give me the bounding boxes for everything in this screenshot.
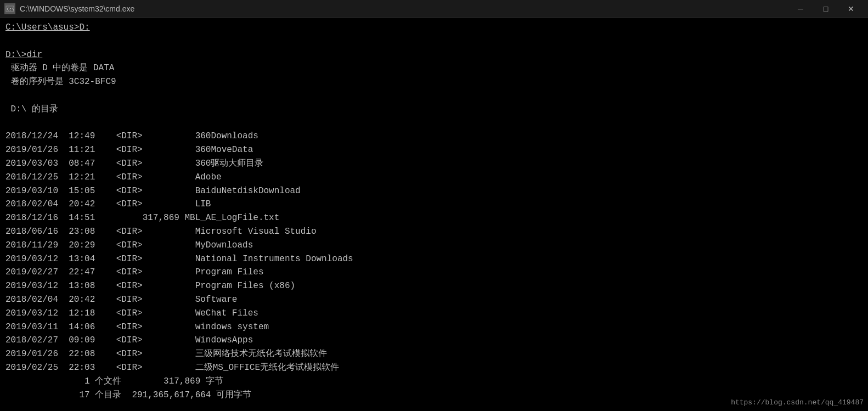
blank-line-2 <box>5 89 863 103</box>
volume-serial: 卷的序列号是 3C32-BFC9 <box>5 75 863 89</box>
minimize-button[interactable]: ─ <box>788 0 813 18</box>
dir-entry: 2019/03/11 14:06 <DIR> windows system <box>5 320 863 334</box>
close-button[interactable]: ✕ <box>838 0 864 18</box>
dir-entry: 2018/11/29 20:29 <DIR> MyDownloads <box>5 239 863 252</box>
dir-header: D:\ 的目录 <box>5 103 863 116</box>
watermark: https://blog.csdn.net/qq_419487 <box>731 398 864 407</box>
dir-entry: 2019/01/26 22:08 <DIR> 三级网络技术无纸化考试模拟软件 <box>5 347 863 361</box>
dir-entry: 2018/12/25 12:21 <DIR> Adobe <box>5 171 863 184</box>
dir-entry: 2018/06/16 23:08 <DIR> Microsoft Visual … <box>5 225 863 239</box>
dir-entry: 2018/12/16 14:51 317,869 MBL_AE_LogFile.… <box>5 211 863 225</box>
dir-entry: 2018/12/24 12:49 <DIR> 360Downloads <box>5 130 863 143</box>
dir-entry: 2018/02/27 09:09 <DIR> WindowsApps <box>5 334 863 347</box>
terminal-window: C:\Users\asus>D: D:\>dir 驱动器 D 中的卷是 DATA… <box>0 18 868 411</box>
dir-entry: 2019/03/03 08:47 <DIR> 360驱动大师目录 <box>5 157 863 171</box>
dir-entry: 2019/02/27 22:47 <DIR> Program Files <box>5 266 863 279</box>
blank-line-3 <box>5 116 863 130</box>
dir-entry: 2018/02/04 20:42 <DIR> Software <box>5 293 863 307</box>
cmd-line-dir: D:\>dir <box>5 48 863 62</box>
dir-entry: 2019/03/12 13:04 <DIR> National Instrume… <box>5 252 863 266</box>
dir-entry: 2019/03/12 13:08 <DIR> Program Files (x8… <box>5 279 863 293</box>
summary-files: 1 个文件 317,869 字节 <box>5 375 863 389</box>
cmd-line-1: C:\Users\asus>D: <box>5 21 863 35</box>
dir-entry: 2019/02/25 22:03 <DIR> 二级MS_OFFICE无纸化考试模… <box>5 361 863 375</box>
path-underline: C:\Users\asus>D: <box>5 22 90 32</box>
blank-line-1 <box>5 35 863 48</box>
app-icon: C:\ <box>4 3 15 14</box>
maximize-button[interactable]: □ <box>813 0 838 18</box>
dir-entry: 2019/03/12 12:18 <DIR> WeChat Files <box>5 307 863 320</box>
svg-text:C:\: C:\ <box>7 7 14 12</box>
dir-entry: 2019/01/26 11:21 <DIR> 360MoveData <box>5 143 863 157</box>
dir-cmd-underline: D:\>dir <box>5 50 42 60</box>
window-controls: ─ □ ✕ <box>788 0 864 18</box>
dir-entry: 2019/03/10 15:05 <DIR> BaiduNetdiskDownl… <box>5 184 863 198</box>
dir-entry: 2018/02/04 20:42 <DIR> LIB <box>5 198 863 211</box>
titlebar: C:\ C:\WINDOWS\system32\cmd.exe ─ □ ✕ <box>0 0 868 18</box>
dir-listing: 2018/12/24 12:49 <DIR> 360Downloads2019/… <box>5 130 863 374</box>
window-title: C:\WINDOWS\system32\cmd.exe <box>20 4 788 13</box>
volume-label: 驱动器 D 中的卷是 DATA <box>5 61 863 75</box>
